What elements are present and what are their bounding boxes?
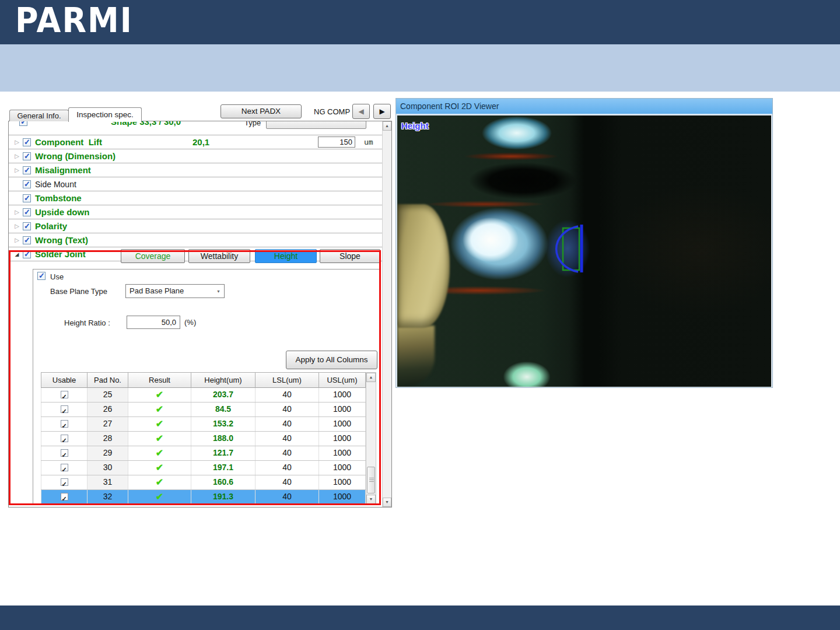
usable-cell[interactable]: [41, 461, 88, 475]
up-arrow-icon: ▲: [369, 375, 373, 379]
usable-cell[interactable]: [41, 446, 88, 460]
base-plane-type-value: Pad Base Plane: [130, 286, 184, 295]
table-scroll-down-button[interactable]: ▼: [366, 495, 376, 504]
usable-checkbox[interactable]: [61, 464, 68, 471]
ng-comp-next-button[interactable]: ▶: [373, 104, 391, 119]
solder-joint-tab-slope[interactable]: Slope: [320, 249, 380, 263]
scroll-down-button[interactable]: ▼: [383, 498, 391, 507]
usable-cell[interactable]: [41, 388, 88, 402]
collapsed-arrow-icon[interactable]: ▷: [12, 223, 22, 229]
collapsed-arrow-icon[interactable]: ▷: [12, 153, 22, 159]
height-cell: 153.2: [191, 417, 256, 431]
height-value: 191.3: [213, 492, 233, 501]
column-header-pad-no[interactable]: Pad No.: [88, 372, 128, 388]
table-scrollbar[interactable]: ▲ ▼: [366, 372, 376, 505]
subheader-band: [0, 44, 840, 92]
usl-cell: 1000: [319, 461, 366, 475]
roi-2d-image[interactable]: Height: [397, 116, 771, 387]
roi-overlay-graphics: [397, 116, 771, 387]
column-header-result[interactable]: Result: [128, 372, 191, 388]
tab-inspection-spec[interactable]: Inspection spec.: [68, 107, 142, 122]
usable-cell[interactable]: [41, 402, 88, 416]
tree-item-component-lift[interactable]: ▷Component Lift20,1150um: [9, 135, 382, 149]
table-row-pad-27[interactable]: 27✔153.2401000: [41, 417, 366, 432]
usable-checkbox[interactable]: [61, 478, 68, 486]
tab-general-info[interactable]: General Info.: [9, 110, 69, 122]
checkbox[interactable]: [23, 152, 31, 160]
roi-blue-curve: [556, 226, 578, 272]
checkbox[interactable]: [23, 208, 31, 216]
pad-no-cell: 29: [88, 446, 128, 460]
use-checkbox[interactable]: [37, 272, 46, 280]
pad-no-cell: 32: [88, 490, 128, 504]
usable-cell[interactable]: [41, 490, 88, 504]
usable-checkbox[interactable]: [61, 493, 68, 501]
table-row-pad-29[interactable]: 29✔121.7401000: [41, 446, 366, 461]
collapsed-arrow-icon[interactable]: ▷: [12, 167, 22, 173]
usable-cell[interactable]: [41, 475, 88, 489]
tree-item-tombstone[interactable]: Tombstone: [9, 191, 382, 205]
ng-comp-prev-button[interactable]: ◀: [352, 104, 370, 119]
scroll-up-button[interactable]: ▲: [383, 121, 391, 131]
table-row-pad-25[interactable]: 25✔203.7401000: [41, 388, 366, 402]
checkbox[interactable]: [23, 194, 31, 202]
collapsed-arrow-icon[interactable]: ▷: [12, 209, 22, 215]
tree-item-clipped[interactable]: Shape 33,3 / 30,0 Type: [9, 121, 382, 135]
usl-cell: 1000: [319, 417, 366, 431]
tree-item-upside-down[interactable]: ▷Upside down: [9, 205, 382, 219]
solder-joint-tab-coverage[interactable]: Coverage: [121, 249, 185, 263]
table-row-pad-28[interactable]: 28✔188.0401000: [41, 432, 366, 446]
table-scroll-up-button[interactable]: ▲: [366, 373, 376, 382]
table-row-pad-31[interactable]: 31✔160.6401000: [41, 475, 366, 490]
usable-cell[interactable]: [41, 432, 88, 446]
tree-item-wrong-text[interactable]: ▷Wrong (Text): [9, 233, 382, 247]
collapsed-arrow-icon[interactable]: ▷: [12, 237, 22, 243]
checkbox[interactable]: [23, 166, 31, 174]
next-padx-button[interactable]: Next PADX: [220, 104, 302, 118]
usable-checkbox[interactable]: [61, 420, 68, 428]
table-row-pad-30[interactable]: 30✔197.1401000: [41, 461, 366, 475]
checkbox[interactable]: [19, 121, 27, 126]
application-window: PARMI General Info. Inspection spec. Nex…: [0, 0, 840, 630]
ng-comp-label: NG COMP: [314, 107, 350, 116]
panel-scrollbar[interactable]: ▲ ▼: [382, 121, 391, 507]
checkbox[interactable]: [23, 222, 31, 230]
tree-item-wrong-dimension[interactable]: ▷Wrong (Dimension): [9, 149, 382, 163]
tree-item-misalignment[interactable]: ▷Misalignment: [9, 163, 382, 177]
usable-cell[interactable]: [41, 417, 88, 431]
usable-checkbox[interactable]: [61, 435, 68, 442]
checkbox[interactable]: [23, 236, 31, 244]
type-dropdown[interactable]: [266, 121, 366, 129]
column-header-lsl-um[interactable]: LSL(um): [256, 372, 319, 388]
result-cell: ✔: [128, 475, 191, 489]
roi-viewer-panel: Component ROI 2D Viewer Height: [396, 98, 773, 388]
usable-checkbox[interactable]: [61, 405, 68, 413]
tree-item-polarity[interactable]: ▷Polarity: [9, 219, 382, 233]
usable-checkbox[interactable]: [61, 391, 68, 398]
column-header-height-um[interactable]: Height(um): [191, 372, 256, 388]
checkbox[interactable]: [23, 180, 31, 188]
column-header-usl-um[interactable]: USL(um): [319, 372, 366, 388]
apply-to-all-columns-button[interactable]: Apply to All Columns: [286, 351, 377, 369]
checkbox[interactable]: [23, 138, 31, 146]
height-cell: 191.3: [191, 490, 256, 504]
tree-item-solder-joint[interactable]: ◢Solder JointCoverageWettabilityHeightSl…: [9, 247, 382, 261]
result-cell: ✔: [128, 417, 191, 431]
base-plane-type-dropdown[interactable]: Pad Base Plane ▼: [125, 284, 225, 298]
height-ratio-input[interactable]: 50,0: [127, 316, 180, 329]
expanded-arrow-icon[interactable]: ◢: [12, 251, 22, 257]
tree-item-side-mount[interactable]: Side Mount: [9, 177, 382, 191]
usable-checkbox[interactable]: [61, 449, 68, 457]
solder-joint-tab-wettability[interactable]: Wettability: [188, 249, 250, 263]
tree-item-label: Solder Joint: [35, 249, 86, 259]
table-row-pad-32[interactable]: 32✔191.3401000: [41, 490, 366, 505]
collapsed-arrow-icon[interactable]: ▷: [12, 139, 22, 145]
solder-joint-tab-height[interactable]: Height: [255, 249, 317, 263]
table-row-pad-26[interactable]: 26✔84.5401000: [41, 402, 366, 417]
column-header-usable[interactable]: Usable: [41, 372, 88, 388]
unit-label: um: [364, 138, 373, 146]
table-scroll-thumb[interactable]: [367, 467, 375, 494]
checkbox[interactable]: [23, 250, 31, 258]
threshold-input[interactable]: 150: [318, 136, 355, 148]
clipped-row-content: Shape 33,3 / 30,0 Type: [9, 121, 382, 130]
